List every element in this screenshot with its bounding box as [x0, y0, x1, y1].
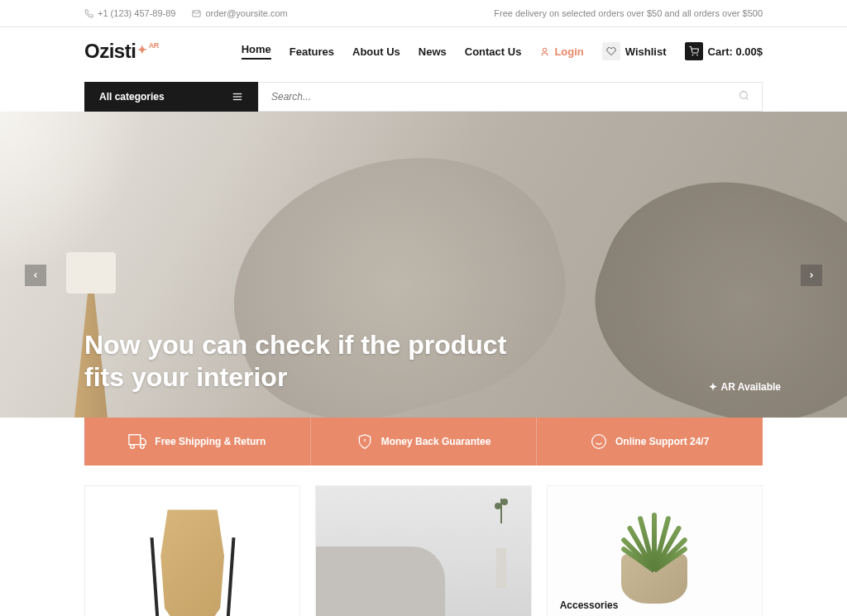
ar-logo-icon: ✦ [137, 43, 147, 56]
chair-image [85, 486, 299, 616]
slider-prev-button[interactable] [25, 265, 46, 286]
phone-icon [84, 9, 93, 18]
cart-link[interactable]: Cart: 0.00$ [685, 42, 763, 60]
email-text: order@yoursite.com [205, 8, 287, 18]
cart-icon [685, 42, 703, 60]
ar-icon: ✦ [709, 381, 717, 393]
svg-point-2 [692, 55, 693, 55]
nav-news[interactable]: News [419, 45, 447, 58]
category-card-chair[interactable] [84, 485, 300, 616]
nav-features[interactable]: Features [290, 45, 334, 58]
menu-icon [232, 91, 243, 103]
search-button[interactable] [739, 89, 749, 104]
features-bar: Free Shipping & Return Money Back Guaran… [84, 418, 763, 466]
svg-point-7 [740, 92, 748, 99]
wishlist-label: Wishlist [625, 45, 667, 58]
truck-icon [128, 432, 146, 451]
hero-title-line2: fits your interior [84, 361, 763, 393]
category-card-sofa[interactable] [315, 485, 531, 616]
svg-marker-10 [141, 438, 146, 444]
ar-available-badge[interactable]: ✦ AR Available [709, 381, 781, 393]
svg-line-8 [746, 98, 748, 99]
search-input[interactable] [271, 83, 739, 111]
feature-shipping-label: Free Shipping & Return [155, 436, 266, 447]
user-icon [539, 46, 550, 57]
sofa-image [316, 486, 530, 616]
logo-badge: AR [149, 41, 159, 50]
svg-point-1 [543, 48, 547, 51]
login-label: Login [554, 45, 583, 58]
nav-about[interactable]: About Us [352, 45, 400, 58]
category-card-accessories[interactable]: Accessories [547, 485, 763, 616]
topbar: +1 (123) 457-89-89 order@yoursite.com Fr… [0, 0, 847, 27]
accessories-label: Accessories [560, 599, 619, 611]
category-cards: Accessories [84, 485, 763, 616]
svg-point-12 [141, 445, 145, 449]
delivery-notice: Free delivery on selected orders over $5… [494, 8, 763, 18]
mail-icon [192, 9, 201, 18]
searchbar: All categories [84, 82, 763, 112]
login-link[interactable]: Login [539, 45, 583, 58]
feature-moneyback[interactable]: Money Back Guarantee [310, 418, 537, 466]
feature-moneyback-label: Money Back Guarantee [381, 436, 491, 447]
categories-dropdown[interactable]: All categories [84, 82, 258, 112]
headset-icon [591, 433, 607, 450]
header: Ozisti ✦ AR Home Features About Us News … [0, 27, 847, 75]
email-link[interactable]: order@yoursite.com [192, 8, 287, 18]
heart-icon [602, 42, 620, 60]
logo-text: Ozisti [84, 40, 136, 63]
feature-support-label: Online Support 24/7 [615, 436, 709, 447]
nav-contact[interactable]: Contact Us [465, 45, 522, 58]
phone-link[interactable]: +1 (123) 457-89-89 [84, 8, 175, 18]
shield-icon [357, 433, 373, 450]
hero-title-line1: Now you can check if the product [84, 329, 763, 361]
logo[interactable]: Ozisti ✦ AR [84, 40, 159, 63]
ar-label: AR Available [721, 381, 781, 393]
svg-point-11 [131, 445, 135, 449]
main-nav: Home Features About Us News Contact Us L… [242, 42, 763, 60]
svg-point-13 [592, 435, 606, 449]
plant-image [548, 486, 762, 616]
feature-shipping[interactable]: Free Shipping & Return [84, 418, 310, 466]
feature-support[interactable]: Online Support 24/7 [536, 418, 763, 466]
phone-text: +1 (123) 457-89-89 [98, 8, 175, 18]
svg-point-3 [696, 55, 697, 55]
nav-home[interactable]: Home [242, 43, 271, 60]
wishlist-link[interactable]: Wishlist [602, 42, 667, 60]
categories-label: All categories [99, 91, 165, 103]
slider-next-button[interactable] [801, 265, 822, 286]
svg-rect-9 [129, 435, 141, 445]
hero-slider: Now you can check if the product fits yo… [0, 112, 847, 418]
hero-title: Now you can check if the product fits yo… [84, 329, 763, 393]
cart-label: Cart: 0.00$ [708, 45, 763, 58]
